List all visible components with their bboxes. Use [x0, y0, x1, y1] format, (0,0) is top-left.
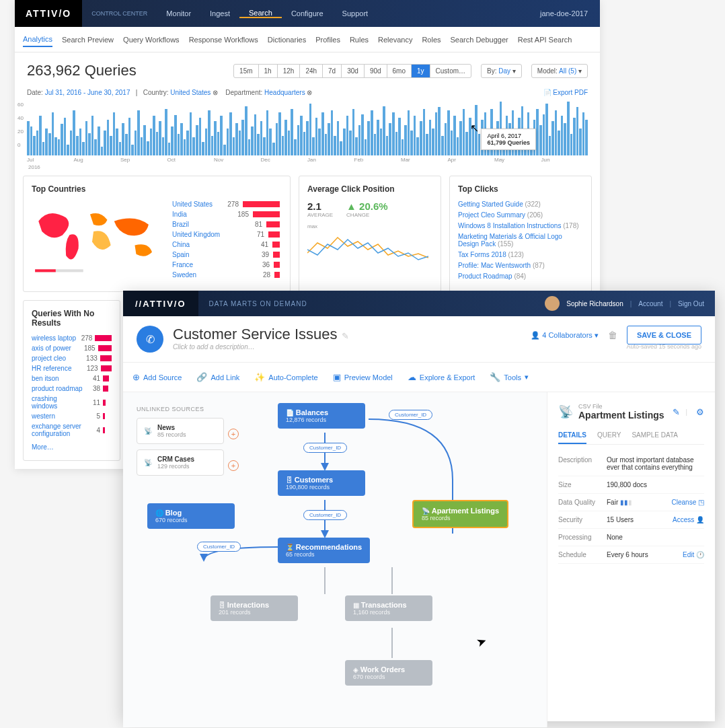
- noresult-row[interactable]: ben itson41: [32, 375, 112, 382]
- by-select[interactable]: By: Day ▾: [481, 64, 522, 78]
- range-6mo[interactable]: 6mo: [387, 65, 412, 77]
- country-row[interactable]: United Kingdom71: [172, 231, 280, 238]
- noresult-row[interactable]: HR reference123: [32, 365, 112, 372]
- range-15m[interactable]: 15m: [234, 65, 258, 77]
- country-filter[interactable]: United States: [170, 89, 211, 96]
- click-row[interactable]: Windows 8 Installation Instructions (178…: [458, 222, 583, 229]
- description-placeholder[interactable]: Click to add a description…: [173, 343, 349, 351]
- pill-link[interactable]: Customer_ID: [303, 510, 347, 520]
- add-source-button[interactable]: ⊕Add Source: [132, 372, 182, 382]
- tab-query-workflows[interactable]: Query Workflows: [123, 33, 180, 46]
- source-news[interactable]: 📡News85 records: [137, 418, 224, 444]
- world-map[interactable]: [32, 201, 169, 277]
- add-icon[interactable]: +: [228, 460, 239, 471]
- export-pdf[interactable]: 📄 Export PDF: [543, 89, 588, 96]
- pill-link[interactable]: Customer_ID: [389, 410, 432, 420]
- tab-profiles[interactable]: Profiles: [315, 33, 340, 46]
- node-interactions[interactable]: 🗄 Interactions201 records: [211, 595, 298, 621]
- tab-details[interactable]: DETAILS: [558, 427, 586, 444]
- sparkline-chart[interactable]: [307, 229, 428, 270]
- country-row[interactable]: China41: [172, 241, 280, 248]
- account-link[interactable]: Account: [638, 300, 662, 307]
- country-row[interactable]: France36: [172, 261, 280, 268]
- click-row[interactable]: Profile: Mac Wentsworth (87): [458, 262, 583, 269]
- node-recommendations[interactable]: ⏳ Recommendations65 records: [278, 538, 370, 563]
- tab-query[interactable]: QUERY: [597, 427, 621, 444]
- graph-canvas[interactable]: UNLINKED SOURCES 📡News85 records+ 📡CRM C…: [123, 392, 547, 727]
- node-transactions[interactable]: ▦ Transactions1,160 records: [345, 595, 432, 621]
- user-menu[interactable]: jane-doe-2017: [528, 9, 600, 17]
- click-row[interactable]: Tax Forms 2018 (123): [458, 251, 583, 258]
- country-row[interactable]: United States278: [172, 201, 280, 208]
- auto-complete-button[interactable]: ✨Auto-Complete: [254, 372, 317, 382]
- signout-link[interactable]: Sign Out: [678, 300, 704, 307]
- node-work-orders[interactable]: ◈ Work Orders670 records: [345, 660, 432, 686]
- node-customers[interactable]: 🗄 Customers190,800 records: [278, 470, 365, 496]
- range-12h[interactable]: 12h: [278, 65, 301, 77]
- edit-schedule-link[interactable]: Edit 🕐: [683, 551, 704, 558]
- noresult-row[interactable]: product roadmap38: [32, 385, 112, 392]
- date-filter[interactable]: Jul 31, 2016 - June 30, 2017: [45, 89, 130, 96]
- avatar[interactable]: [545, 296, 560, 311]
- tab-rest-api[interactable]: Rest API Search: [518, 33, 572, 46]
- pill-link[interactable]: Customer_ID: [303, 443, 347, 453]
- click-row[interactable]: Product Roadmap (84): [458, 272, 583, 280]
- click-row[interactable]: Project Cleo Summary (206): [458, 211, 583, 219]
- noresult-row[interactable]: exchange server configuration4: [32, 423, 112, 437]
- edit-icon[interactable]: ✎: [673, 407, 680, 417]
- cleanse-link[interactable]: Cleanse ◳: [672, 499, 704, 506]
- nav-search[interactable]: Search: [239, 9, 282, 18]
- tab-rules[interactable]: Rules: [350, 33, 369, 46]
- tab-response-workflows[interactable]: Response Workflows: [189, 33, 258, 46]
- nav-monitor[interactable]: Monitor: [157, 9, 200, 17]
- trash-icon[interactable]: 🗑: [608, 330, 617, 340]
- tab-dictionaries[interactable]: Dictionaries: [268, 33, 306, 46]
- range-7d[interactable]: 7d: [323, 65, 342, 77]
- edit-title-icon[interactable]: ✎: [342, 331, 349, 341]
- add-icon[interactable]: +: [228, 429, 239, 439]
- explore-export-button[interactable]: ☁Explore & Export: [408, 372, 475, 382]
- range-24h[interactable]: 24h: [300, 65, 323, 77]
- dept-filter[interactable]: Headquarters: [264, 89, 305, 96]
- source-crm[interactable]: 📡CRM Cases129 records: [137, 449, 224, 476]
- tab-roles[interactable]: Roles: [422, 33, 441, 46]
- user-name[interactable]: Sophie Richardson: [566, 300, 623, 307]
- range-90d[interactable]: 90d: [365, 65, 387, 77]
- country-row[interactable]: Brazil81: [172, 221, 280, 228]
- noresult-row[interactable]: western5: [32, 412, 112, 420]
- node-blog[interactable]: 🌐 Blog670 records: [147, 503, 235, 529]
- model-select[interactable]: Model: All (5) ▾: [531, 64, 588, 78]
- country-row[interactable]: Spain39: [172, 251, 280, 258]
- nav-ingest[interactable]: Ingest: [200, 9, 239, 17]
- range-custom[interactable]: Custom…: [430, 65, 471, 77]
- pill-link[interactable]: Customer_ID: [197, 542, 241, 552]
- gear-icon[interactable]: ⚙: [696, 407, 704, 417]
- noresult-row[interactable]: wireless laptop278: [32, 334, 112, 342]
- node-balances[interactable]: 📄 Balances12,876 records: [278, 403, 365, 429]
- tab-sample-data[interactable]: SAMPLE DATA: [632, 427, 678, 444]
- add-link-button[interactable]: 🔗Add Link: [196, 372, 239, 382]
- range-1y[interactable]: 1y: [412, 65, 430, 77]
- noresult-row[interactable]: axis of power185: [32, 344, 112, 352]
- queries-chart[interactable]: 6040200 JulAugSepOctNovDecJanFebMarAprMa…: [15, 102, 600, 176]
- tab-analytics[interactable]: Analytics: [23, 32, 52, 47]
- country-row[interactable]: Sweden28: [172, 271, 280, 279]
- collaborators[interactable]: 👤 4 Collaborators ▾: [531, 331, 599, 340]
- save-close-button[interactable]: SAVE & CLOSE: [627, 326, 701, 344]
- node-apartment-listings[interactable]: 📡 Apartment Listings85 records: [412, 500, 508, 528]
- tab-search-debugger[interactable]: Search Debugger: [451, 33, 508, 46]
- click-row[interactable]: Getting Started Guide (322): [458, 201, 583, 208]
- access-link[interactable]: Access 👤: [673, 516, 704, 523]
- range-1h[interactable]: 1h: [259, 65, 278, 77]
- country-row[interactable]: India185: [172, 211, 280, 218]
- more-link[interactable]: More…: [32, 443, 54, 451]
- preview-model-button[interactable]: ▣Preview Model: [333, 372, 393, 382]
- tab-search-preview[interactable]: Search Preview: [62, 33, 114, 46]
- noresult-row[interactable]: crashing windows11: [32, 395, 112, 410]
- nav-configure[interactable]: Configure: [282, 9, 333, 17]
- tab-relevancy[interactable]: Relevancy: [378, 33, 412, 46]
- noresult-row[interactable]: project cleo133: [32, 355, 112, 362]
- click-row[interactable]: Marketing Materials & Official Logo Desi…: [458, 233, 583, 248]
- control-center-label[interactable]: CONTROL CENTER: [82, 10, 157, 17]
- tools-menu[interactable]: 🔧Tools ▾: [490, 372, 529, 382]
